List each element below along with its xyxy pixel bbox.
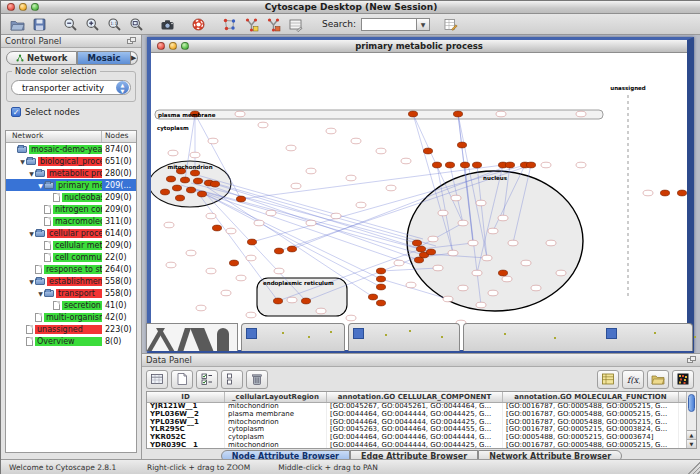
scrollbar-thumb[interactable] — [688, 394, 695, 412]
graph-node-selected[interactable] — [412, 240, 421, 246]
vizmapper-b-button[interactable] — [263, 15, 284, 33]
help-button[interactable] — [188, 15, 209, 33]
graph-node-unselected[interactable] — [326, 128, 336, 134]
graph-node-unselected[interactable] — [287, 297, 297, 303]
graph-node-selected[interactable] — [236, 196, 245, 202]
graph-node-unselected[interactable] — [266, 210, 276, 216]
table-row-YKR052C[interactable]: YKR052Ccytoplasm[GO:0044464, GO:0044446,… — [147, 434, 686, 442]
graph-node-selected[interactable] — [212, 225, 221, 231]
tree-col-network[interactable]: Network — [6, 131, 102, 142]
tree-row-unassigned[interactable]: unassigned223(0) — [6, 323, 136, 335]
expand-arrow-icon[interactable]: ▼ — [28, 170, 35, 177]
select-attributes-button[interactable] — [196, 370, 218, 389]
graph-node-selected[interactable] — [423, 148, 432, 154]
graph-node-selected[interactable] — [160, 189, 169, 195]
graph-node-unselected[interactable] — [502, 276, 512, 282]
network-window-titlebar[interactable]: primary metabolic process — [151, 40, 687, 53]
graph-node-selected[interactable] — [186, 187, 195, 193]
float-panel-icon[interactable] — [687, 356, 697, 364]
graph-node-unselected[interactable] — [401, 158, 411, 164]
graph-node-unselected[interactable] — [394, 260, 404, 266]
graph-node-selected[interactable] — [197, 191, 206, 197]
graph-node-unselected[interactable] — [274, 268, 284, 274]
graph-edge[interactable] — [191, 183, 417, 243]
zoom-in-button[interactable] — [82, 15, 103, 33]
graph-node-selected[interactable] — [677, 190, 686, 196]
graph-node-unselected[interactable] — [482, 255, 492, 261]
graph-node-selected[interactable] — [472, 162, 481, 168]
snapshot-button[interactable] — [157, 15, 178, 33]
graph-node-unselected[interactable] — [346, 175, 356, 181]
graph-node-selected[interactable] — [453, 111, 462, 117]
graph-node-selected[interactable] — [368, 294, 377, 300]
tree-col-nodes[interactable]: Nodes — [102, 131, 136, 142]
graph-node-unselected[interactable] — [472, 270, 482, 276]
graph-node-unselected[interactable] — [531, 285, 541, 291]
import-attributes-button[interactable] — [647, 370, 669, 389]
tree-row-biological-process[interactable]: ▼biological_process651(0) — [6, 155, 136, 167]
graph-node-unselected[interactable] — [496, 111, 506, 117]
graph-node-selected[interactable] — [526, 162, 535, 168]
graph-node-unselected[interactable] — [291, 183, 301, 189]
tree-row-multi-organism-pro[interactable]: multi-organism pro42(0) — [6, 311, 136, 323]
graph-node-selected[interactable] — [376, 284, 385, 290]
annotation-grid-button[interactable] — [285, 15, 306, 33]
tree-row-establishment-of-lo[interactable]: ▼establishment of lo558(0) — [6, 275, 136, 287]
graph-node-unselected[interactable] — [508, 240, 518, 246]
graph-node-selected[interactable] — [273, 298, 282, 304]
graph-node-unselected[interactable] — [258, 122, 268, 128]
graph-node-unselected[interactable] — [476, 302, 486, 308]
graph-node-selected[interactable] — [408, 111, 417, 117]
network-window-fragment[interactable] — [241, 323, 345, 351]
graph-node-unselected[interactable] — [488, 228, 498, 234]
column-header-4[interactable]: annotation.GO MOLECULAR_FUNCTION — [503, 392, 679, 402]
graph-node-unselected[interactable] — [236, 275, 246, 281]
scroll-up-button[interactable]: ▲ — [687, 430, 696, 439]
attribute-table-scrollbar[interactable]: ▲ ▼ — [686, 392, 696, 448]
zoom-actual-button[interactable]: 1:1 — [104, 15, 125, 33]
table-row-YPL036W__2[interactable]: YPL036W__2plasma membrane[GO:0044464, GO… — [147, 411, 686, 419]
tree-row-primary-metabo[interactable]: ▼primary metabo209(... — [6, 179, 136, 191]
graph-node-unselected[interactable] — [541, 162, 551, 168]
float-panel-icon[interactable] — [127, 37, 137, 45]
graph-node-unselected[interactable] — [316, 308, 326, 314]
graph-node-unselected[interactable] — [386, 185, 396, 191]
graph-node-unselected[interactable] — [521, 260, 531, 266]
column-header-1[interactable]: ID — [147, 392, 225, 402]
select-nodes-checkbox[interactable]: ✓ — [11, 107, 21, 117]
graph-node-unselected[interactable] — [428, 236, 438, 242]
tab-mosaic[interactable]: Mosaic — [77, 51, 130, 65]
attribute-table-button[interactable] — [146, 370, 168, 389]
graph-node-selected[interactable] — [505, 162, 514, 168]
graph-node-selected[interactable] — [460, 162, 469, 168]
new-attribute-button[interactable] — [171, 370, 193, 389]
graph-node-unselected[interactable] — [356, 202, 366, 208]
delete-attribute-button[interactable] — [246, 370, 268, 389]
graph-node-unselected[interactable] — [546, 240, 556, 246]
attribute-list-button[interactable] — [597, 370, 619, 389]
graph-edge[interactable] — [199, 191, 381, 287]
graph-node-unselected[interactable] — [286, 145, 296, 151]
graph-node-selected[interactable] — [457, 142, 466, 148]
tree-row-nitrogen-compo[interactable]: nitrogen compo209(0) — [6, 203, 136, 215]
tree-row-cellular-process[interactable]: ▼cellular process614(0) — [6, 227, 136, 239]
column-header-3[interactable]: annotation.GO CELLULAR_COMPONENT — [327, 392, 503, 402]
graph-node-unselected[interactable] — [643, 190, 653, 196]
search-input[interactable] — [361, 18, 417, 31]
table-row-YPL036W__1[interactable]: YPL036W__1mitochondrion[GO:0044464, GO:0… — [147, 419, 686, 427]
column-header-2[interactable]: _cellularLayoutRegion — [225, 392, 327, 402]
graph-node-unselected[interactable] — [576, 111, 586, 117]
graph-node-selected[interactable] — [247, 239, 256, 245]
graph-node-selected[interactable] — [175, 195, 184, 201]
graph-node-unselected[interactable] — [476, 200, 486, 206]
graph-node-unselected[interactable] — [196, 305, 206, 311]
graph-node-unselected[interactable] — [346, 315, 356, 321]
tree-row-macromolecule[interactable]: macromolecule311(0) — [6, 215, 136, 227]
graph-node-unselected[interactable] — [488, 290, 498, 296]
tree-row-secretion[interactable]: secretion41(0) — [6, 299, 136, 311]
graph-node-unselected[interactable] — [331, 213, 341, 219]
tab-network[interactable]: Network — [6, 51, 77, 65]
graph-node-unselected[interactable] — [438, 210, 448, 216]
expand-arrow-icon[interactable]: ▼ — [19, 158, 26, 165]
graph-node-unselected[interactable] — [306, 220, 316, 226]
